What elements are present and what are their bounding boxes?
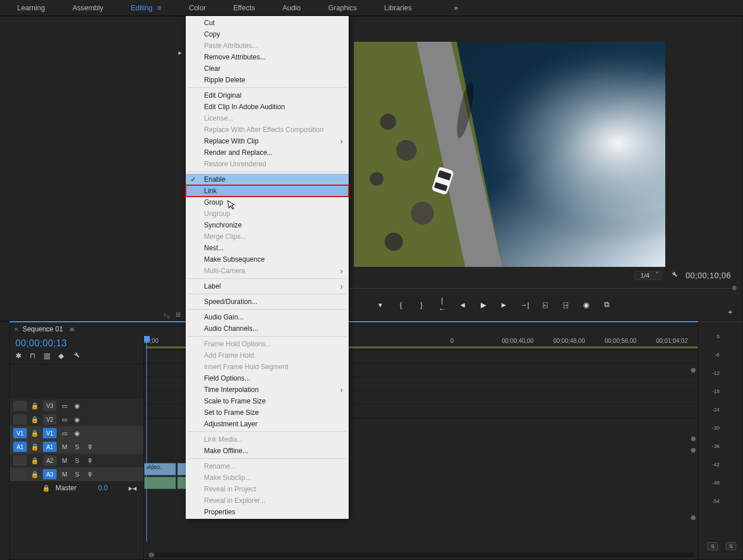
video-track-header-V3[interactable]: 🔒V3▭◉ <box>10 399 143 413</box>
context-menu-item-replace-with-clip[interactable]: Replace With Clip <box>186 135 349 147</box>
video-clip[interactable]: video. <box>144 463 176 475</box>
playhead-timecode[interactable]: 00;00;00;13 <box>15 338 138 349</box>
video-track-header-V1[interactable]: V1🔒V1▭◉ <box>10 426 143 440</box>
solo-right-button[interactable]: S <box>726 542 736 550</box>
context-menu-item-audio-channels[interactable]: Audio Channels... <box>186 323 349 334</box>
context-menu-item-make-offline[interactable]: Make Offline... <box>186 445 349 457</box>
context-menu-item-clear[interactable]: Clear <box>186 63 349 74</box>
context-menu-item-edit-original[interactable]: Edit Original <box>186 90 349 101</box>
sync-lock-icon[interactable]: ◉ <box>73 402 82 410</box>
master-track-header[interactable]: 🔒Master0.0▸◂ <box>10 481 143 495</box>
context-menu-item-link[interactable]: Link <box>186 185 349 197</box>
track-source-patch[interactable] <box>13 401 27 411</box>
overwrite-icon[interactable]: ⍈ <box>561 301 570 309</box>
context-menu-item-copy[interactable]: Copy <box>186 29 349 40</box>
play-icon[interactable]: ▶ <box>479 301 488 309</box>
workspace-tab-menu-icon[interactable]: ≡ <box>157 4 161 12</box>
workspace-tab-libraries[interactable]: Libraries <box>370 0 425 16</box>
context-menu-item-remove-attributes[interactable]: Remove Attributes... <box>186 51 349 63</box>
lock-icon[interactable]: 🔒 <box>30 443 39 451</box>
solo-icon[interactable]: S <box>73 471 82 478</box>
mute-icon[interactable]: M <box>60 457 69 464</box>
track-source-patch[interactable] <box>13 455 27 466</box>
solo-icon[interactable]: S <box>73 457 82 464</box>
track-target[interactable]: A1 <box>43 442 57 452</box>
lift-icon[interactable]: ⧉ <box>602 300 612 309</box>
add-marker-tl-icon[interactable]: ◆ <box>58 351 64 360</box>
settings-wrench-icon[interactable] <box>670 270 678 280</box>
track-target[interactable]: V3 <box>43 401 57 411</box>
track-target[interactable]: A3 <box>43 469 57 479</box>
workspace-tab-effects[interactable]: Effects <box>219 0 269 16</box>
solo-icon[interactable]: S <box>73 443 82 450</box>
lock-icon[interactable]: 🔒 <box>30 457 39 465</box>
workspace-tab-color[interactable]: Color <box>175 0 219 16</box>
context-menu-item-field-options[interactable]: Field Options... <box>186 373 349 384</box>
sync-lock-icon[interactable]: ◉ <box>73 430 82 437</box>
lock-icon[interactable]: 🔒 <box>30 471 39 478</box>
timeline-horiz-scrollbar[interactable] <box>147 553 694 557</box>
context-menu-item-time-interpolation[interactable]: Time Interpolation <box>186 384 349 395</box>
context-menu-item-cut[interactable]: Cut <box>186 17 349 29</box>
context-menu-item-ripple-delete[interactable]: Ripple Delete <box>186 74 349 86</box>
program-video[interactable] <box>354 42 665 267</box>
context-menu-item-audio-gain[interactable]: Audio Gain... <box>186 311 349 323</box>
context-menu-item-make-subsequence[interactable]: Make Subsequence <box>186 254 349 265</box>
linked-selection-icon[interactable]: ⊓ <box>30 351 35 360</box>
panel-collapse-icon[interactable]: ▸ <box>178 49 182 57</box>
audio-track-header-A2[interactable]: 🔒A2MS🎙 <box>10 454 143 467</box>
lock-icon[interactable]: 🔒 <box>30 430 39 437</box>
context-menu-item-scale-to-frame-size[interactable]: Scale to Frame Size <box>186 395 349 407</box>
track-target[interactable]: A2 <box>43 455 57 466</box>
mark-out-icon[interactable]: } <box>417 301 426 309</box>
track-source-patch[interactable]: V1 <box>13 428 27 438</box>
toggle-track-output-icon[interactable]: ▭ <box>60 430 69 437</box>
sync-lock-icon[interactable]: ◉ <box>73 416 82 423</box>
source-foot-icon-2[interactable]: ⊞ <box>175 311 181 319</box>
go-to-in-icon[interactable]: |← <box>438 296 447 313</box>
timeline-settings-icon[interactable] <box>72 351 80 361</box>
audio-track-header-A3[interactable]: 🔒A3MS🎙 <box>10 467 143 481</box>
context-menu-item-group[interactable]: Group <box>186 197 349 208</box>
voiceover-record-icon[interactable]: 🎙 <box>85 457 94 464</box>
workspace-tab-editing[interactable]: Editing≡ <box>117 0 175 16</box>
export-frame-icon[interactable]: ◉ <box>582 301 591 309</box>
context-menu-item-properties[interactable]: Properties <box>186 506 349 518</box>
context-menu-item-edit-clip-in-adobe-audition[interactable]: Edit Clip In Adobe Audition <box>186 101 349 113</box>
video-track-header-V2[interactable]: 🔒V2▭◉ <box>10 413 143 426</box>
program-scale-dropdown[interactable]: 1/4 <box>634 271 662 280</box>
track-target[interactable]: V2 <box>43 414 57 425</box>
project-panel-collapsed[interactable] <box>0 321 9 560</box>
track-target[interactable]: V1 <box>43 428 57 438</box>
playhead-indicator[interactable] <box>146 336 147 542</box>
context-menu-item-enable[interactable]: Enable <box>186 174 349 185</box>
snap-icon[interactable]: ✱ <box>15 351 22 360</box>
mute-icon[interactable]: M <box>60 471 69 478</box>
toggle-track-output-icon[interactable]: ▭ <box>60 402 69 410</box>
workspace-tab-assembly[interactable]: Assembly <box>59 0 117 16</box>
close-tab-icon[interactable]: × <box>14 326 18 333</box>
source-foot-icon[interactable]: ▹0 <box>164 311 170 319</box>
context-menu-item-nest[interactable]: Nest... <box>186 242 349 254</box>
track-source-patch[interactable] <box>13 469 27 479</box>
marker-spanning-icon[interactable]: ▥ <box>43 351 50 360</box>
tab-menu-icon[interactable]: ≡ <box>70 325 74 334</box>
context-menu-item-synchronize[interactable]: Synchronize <box>186 219 349 231</box>
lock-icon[interactable]: 🔒 <box>30 416 39 423</box>
track-source-patch[interactable]: A1 <box>13 442 27 452</box>
mute-icon[interactable]: M <box>60 443 69 450</box>
audio-track-header-A1[interactable]: A1🔒A1MS🎙 <box>10 440 143 454</box>
insert-icon[interactable]: ⍇ <box>541 301 550 309</box>
mark-in-icon[interactable]: { <box>397 301 406 309</box>
master-level-value[interactable]: 0.0 <box>98 484 108 492</box>
workspace-tab-learning[interactable]: Learning <box>3 0 59 16</box>
workspace-tab-graphics[interactable]: Graphics <box>314 0 370 16</box>
track-source-patch[interactable] <box>13 414 27 425</box>
voiceover-record-icon[interactable]: 🎙 <box>85 471 94 478</box>
context-menu-item-speed-duration[interactable]: Speed/Duration... <box>186 296 349 307</box>
timeline-sequence-tab[interactable]: Sequence 01 <box>22 325 63 333</box>
step-fwd-icon[interactable]: ► <box>500 301 509 309</box>
voiceover-record-icon[interactable]: 🎙 <box>85 443 94 450</box>
mixer-icon[interactable]: ▸◂ <box>129 483 137 493</box>
audio-clip[interactable] <box>144 477 176 489</box>
